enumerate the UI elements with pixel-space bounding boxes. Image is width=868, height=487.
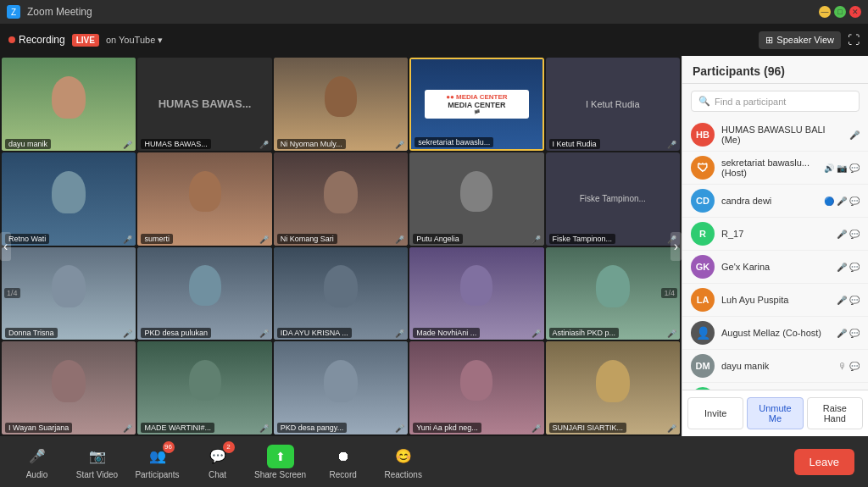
mute-icon-19: 🎤: [531, 424, 541, 433]
p-icons-dm: 🎙 💬: [838, 362, 860, 371]
avatar-r17: R: [691, 222, 715, 246]
mute-icon-20: 🎤: [667, 424, 676, 433]
speaker-view-button[interactable]: ⊞ Speaker View: [759, 31, 841, 49]
participant-name-11: Donna Trisna: [5, 328, 58, 338]
video-cell-10[interactable]: Fiske Tampinon... Fiske Tampinon... 🎤: [546, 152, 680, 246]
video-cell-17[interactable]: MADE WARTINI#... 🎤: [137, 341, 271, 434]
participant-item-nuryani[interactable]: n nuryani tj 🎙 💬: [682, 383, 868, 390]
p-icons-luh: 🎤 💬: [837, 296, 860, 305]
mute-icon-1: 🎤: [123, 141, 132, 149]
audio-control[interactable]: 🎤 Audio: [14, 445, 60, 479]
video-cell-12[interactable]: PKD desa pulukan 🎤: [137, 247, 271, 340]
video-cell-16[interactable]: I Wayan Suarjana 🎤: [2, 341, 136, 434]
reactions-control[interactable]: 😊 Reactions: [380, 445, 426, 479]
participant-item-sekretariat[interactable]: 🛡 sekretariat bawaslu... (Host) 🔊 📷 💬: [682, 152, 868, 185]
video-cell-19[interactable]: Yuni Aa pkd neg... 🎤: [409, 341, 543, 434]
panel-title: Participants (96): [682, 56, 868, 84]
panel-footer: Invite Unmute Me Raise Hand: [682, 390, 868, 436]
avatar-humas: HB: [691, 123, 715, 147]
participant-item-r17[interactable]: R R_17 🎤 💬: [682, 218, 868, 251]
mic-icon-dm: 🎙: [838, 362, 847, 371]
video-cell-13[interactable]: IDA AYU KRISNA ... 🎤: [274, 247, 408, 340]
video-cell-15[interactable]: Astiniasih PKD p... 🎤 1/4: [546, 247, 680, 340]
participant-name-12: PKD desa pulukan: [141, 328, 211, 338]
video-cell-9[interactable]: Putu Angelia 🎤: [409, 152, 543, 246]
participant-item-dm[interactable]: DM dayu manik 🎙 💬: [682, 350, 868, 383]
participant-name-3: Ni Nyoman Muly...: [277, 139, 346, 149]
audio-icon-sekretariat: 🔊: [824, 163, 834, 173]
participant-item-humas[interactable]: HB HUMAS BAWASLU BALI (Me) 🎤: [682, 119, 868, 152]
video-cell-18[interactable]: PKD desa pangy... 🎤: [274, 341, 408, 434]
video-cell-2[interactable]: HUMAS BAWAS... HUMAS BAWAS... 🎤: [137, 58, 271, 151]
share-screen-icon: ⬆: [267, 445, 294, 468]
p-name-candra: candra dewi: [721, 196, 817, 206]
mute-icon-14: 🎤: [531, 329, 541, 338]
mute-icon-11: 🎤: [123, 329, 132, 338]
fiske-text: Fiske Tampinon...: [580, 194, 646, 203]
video-control[interactable]: 📷 Start Video: [74, 445, 120, 479]
video-icon-sekretariat: 📷: [837, 163, 847, 173]
raise-hand-button[interactable]: Raise Hand: [807, 397, 863, 429]
nav-arrow-left[interactable]: ‹: [0, 232, 11, 261]
participants-control[interactable]: 👥 96 Participants: [134, 445, 181, 479]
share-screen-label: Share Screen: [254, 470, 306, 479]
p-icons-candra: 🔵 🎤 💬: [824, 196, 860, 206]
fullscreen-button[interactable]: ⛶: [848, 33, 860, 47]
video-cell-8[interactable]: Ni Komang Sari 🎤: [274, 152, 408, 246]
maximize-button[interactable]: □: [834, 6, 846, 18]
participant-name-13: IDA AYU KRISNA ...: [277, 328, 352, 338]
invite-button[interactable]: Invite: [687, 397, 743, 429]
mute-icon-9: 🎤: [531, 235, 541, 244]
i-ketut-text: I Ketut Rudia: [586, 99, 640, 109]
p-name-gk: Ge'x Karina: [721, 262, 830, 272]
video-cell-3[interactable]: Ni Nyoman Muly... 🎤: [274, 58, 408, 151]
window-title: Zoom Meeting: [27, 6, 812, 18]
participant-name-14: Made NovhiAni ...: [413, 328, 480, 338]
participant-name-10: Fiske Tampinon...: [549, 234, 615, 244]
mute-icon-15: 🎤: [667, 329, 676, 338]
participant-item-gk[interactable]: GK Ge'x Karina 🎤 💬: [682, 251, 868, 284]
chat-icon-dm: 💬: [849, 362, 860, 371]
video-cell-4[interactable]: ●● MEDIA CENTER MEDIA CENTER 🏴 sekretari…: [409, 58, 543, 151]
participant-item-candra[interactable]: CD candra dewi 🔵 🎤 💬: [682, 185, 868, 218]
video-cell-7[interactable]: sumerti 🎤: [137, 152, 271, 246]
recording-button[interactable]: Recording: [8, 34, 65, 46]
video-cell-5[interactable]: I Ketut Rudia I Ketut Rudia 🎤: [546, 58, 680, 151]
video-cell-1[interactable]: dayu manik 🎤: [2, 58, 136, 151]
p-name-sekretariat: sekretariat bawaslu... (Host): [721, 158, 817, 178]
video-cell-14[interactable]: Made NovhiAni ... 🎤: [409, 247, 543, 340]
chat-label: Chat: [209, 470, 226, 479]
video-cell-6[interactable]: Retno Wati 🎤: [2, 152, 136, 246]
audio-label: Audio: [26, 470, 48, 479]
video-cell-20[interactable]: SUNJARI SIARTIK... 🎤: [546, 341, 680, 434]
p-icons-humas: 🎤: [849, 130, 860, 140]
window-controls: — □ ✕: [819, 6, 861, 18]
p-icons-r17: 🎤 💬: [837, 230, 860, 239]
mute-icon-13: 🎤: [395, 329, 404, 338]
participants-icon: 👥 96: [144, 445, 171, 468]
participant-name-18: PKD desa pangy...: [277, 423, 347, 433]
rec-dot: [8, 36, 15, 43]
avatar-luh: LA: [691, 288, 715, 312]
participant-name-4: sekretariat bawaslu...: [415, 137, 493, 147]
participant-item-august[interactable]: 👤 August Mellaz (Co-host) 🎤 💬: [682, 317, 868, 350]
close-button[interactable]: ✕: [849, 6, 861, 18]
chat-control[interactable]: 💬 2 Chat: [194, 445, 241, 479]
participants-badge: 96: [163, 441, 175, 453]
chat-badge: 2: [223, 441, 235, 453]
p-icons-sekretariat: 🔊 📷 💬: [824, 163, 860, 173]
participant-name-19: Yuni Aa pkd neg...: [413, 423, 481, 433]
nav-arrow-right[interactable]: ›: [670, 232, 682, 261]
page-indicator-left: 1/4: [4, 288, 20, 298]
record-control[interactable]: ⏺ Record: [320, 445, 366, 479]
share-screen-control[interactable]: ⬆ Share Screen: [254, 445, 306, 479]
search-icon: 🔍: [698, 96, 710, 107]
unmute-button[interactable]: Unmute Me: [747, 397, 803, 429]
mute-icon-16: 🎤: [123, 424, 132, 433]
leave-button[interactable]: Leave: [794, 449, 854, 475]
minimize-button[interactable]: —: [819, 6, 831, 18]
mute-icon-2: 🎤: [259, 141, 269, 149]
video-cell-11[interactable]: Donna Trisna 🎤 1/4: [2, 247, 136, 340]
participant-item-luh[interactable]: LA Luh Ayu Puspita 🎤 💬: [682, 284, 868, 317]
search-box[interactable]: 🔍 Find a participant: [691, 91, 860, 112]
